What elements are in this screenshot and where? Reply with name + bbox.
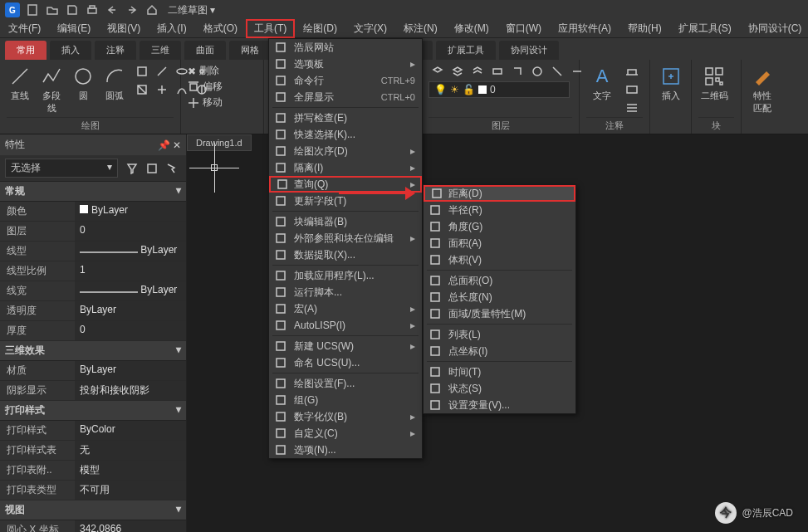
menu-item[interactable]: 体积(V) bbox=[424, 251, 575, 268]
menu-item[interactable]: 编辑(E) bbox=[49, 19, 99, 38]
property-row[interactable]: 线宽 ByLayer bbox=[0, 281, 186, 301]
menu-item[interactable]: 格式(O) bbox=[195, 19, 246, 38]
menu-item[interactable]: 窗口(W) bbox=[497, 19, 550, 38]
menu-item[interactable]: 命名 UCS(U)... bbox=[269, 354, 422, 371]
undo-icon[interactable] bbox=[105, 2, 120, 17]
menu-item[interactable]: 外部参照和块在位编辑▸ bbox=[269, 230, 422, 246]
category-header[interactable]: 三维效果▾ bbox=[0, 341, 186, 361]
workspace-dropdown[interactable]: 二维草图 ▾ bbox=[168, 3, 215, 17]
layer-icon[interactable] bbox=[428, 63, 447, 80]
menu-item[interactable]: 拼写检查(E) bbox=[269, 110, 422, 126]
property-row[interactable]: 圆心 X 坐标342.0866 bbox=[0, 520, 186, 532]
menu-item[interactable]: 数据提取(X)... bbox=[269, 246, 422, 263]
circle-button[interactable]: 圆 bbox=[70, 63, 96, 104]
ribbon-tab[interactable]: 三维 bbox=[140, 41, 181, 60]
menu-item[interactable]: 协同设计(C) bbox=[740, 19, 808, 38]
ribbon-tab[interactable]: 网格 bbox=[229, 41, 271, 60]
menu-item[interactable]: 设置变量(V)... bbox=[424, 397, 575, 413]
menu-item[interactable]: 状态(S) bbox=[424, 380, 575, 397]
property-row[interactable]: 打印样式表无 bbox=[0, 441, 186, 461]
property-row[interactable]: 厚度0 bbox=[0, 321, 186, 341]
menu-item[interactable]: 数字化仪(B)▸ bbox=[269, 408, 422, 425]
property-row[interactable]: 打印样式ByColor bbox=[0, 421, 186, 441]
menu-item[interactable]: 绘图(D) bbox=[295, 19, 345, 38]
menu-item[interactable]: 插入(I) bbox=[149, 19, 194, 38]
pickadd-icon[interactable] bbox=[163, 160, 181, 177]
pin-icon[interactable]: 📌 ✕ bbox=[158, 139, 181, 151]
menu-item[interactable]: 绘图设置(F)... bbox=[269, 375, 422, 392]
print-icon[interactable] bbox=[85, 2, 100, 17]
property-row[interactable]: 打印表附..模型 bbox=[0, 461, 186, 481]
menu-item[interactable]: 扩展工具(S) bbox=[670, 19, 740, 38]
redo-icon[interactable] bbox=[125, 2, 140, 17]
menu-item[interactable]: 时间(T) bbox=[424, 364, 575, 380]
menu-item[interactable]: 总面积(O) bbox=[424, 272, 575, 289]
property-row[interactable]: 透明度ByLayer bbox=[0, 301, 186, 321]
menu-item[interactable]: 选项(N)... bbox=[269, 442, 422, 458]
menu-item[interactable]: 文件(F) bbox=[0, 19, 49, 38]
offset-button[interactable]: 偏移 bbox=[188, 79, 223, 95]
qrcode-button[interactable]: 二维码 bbox=[698, 63, 730, 104]
menu-item[interactable]: AutoLISP(I)▸ bbox=[269, 317, 422, 334]
menu-item[interactable]: 列表(L) bbox=[424, 326, 575, 343]
menu-item[interactable]: 选项板▸ bbox=[269, 56, 422, 72]
menu-item[interactable]: 工具(T) bbox=[246, 19, 295, 38]
property-row[interactable]: 线型比例1 bbox=[0, 261, 186, 281]
menu-item[interactable]: 角度(G) bbox=[424, 218, 575, 235]
menu-item[interactable]: 新建 UCS(W)▸ bbox=[269, 338, 422, 354]
text-button[interactable]: A文字 bbox=[586, 63, 618, 104]
category-header[interactable]: 打印样式▾ bbox=[0, 401, 186, 421]
open-icon[interactable] bbox=[45, 2, 60, 17]
menu-item[interactable]: 宏(A)▸ bbox=[269, 300, 422, 317]
home-icon[interactable] bbox=[144, 2, 159, 17]
menu-item[interactable]: 自定义(C)▸ bbox=[269, 425, 422, 442]
menu-item[interactable]: 查询(Q)▸ bbox=[269, 176, 422, 193]
selection-dropdown[interactable]: 无选择▾ bbox=[5, 159, 118, 178]
menu-item[interactable]: 绘图次序(D)▸ bbox=[269, 143, 422, 159]
menu-item[interactable]: 块编辑器(B) bbox=[269, 213, 422, 230]
property-row[interactable]: 线型 ByLayer bbox=[0, 242, 186, 261]
delete-button[interactable]: ✖删除 bbox=[188, 63, 219, 79]
menu-item[interactable]: 隔离(I)▸ bbox=[269, 159, 422, 176]
menu-item[interactable]: 面积(A) bbox=[424, 235, 575, 251]
menu-item[interactable]: 半径(R) bbox=[424, 202, 575, 218]
category-header[interactable]: 常规▾ bbox=[0, 182, 186, 202]
matchprops-button[interactable]: 特性匹配 bbox=[748, 63, 776, 116]
menu-item[interactable]: 面域/质量特性(M) bbox=[424, 305, 575, 322]
menu-item[interactable]: 快速选择(K)... bbox=[269, 126, 422, 143]
move-button[interactable]: 移动 bbox=[188, 95, 223, 110]
menu-item[interactable]: 总长度(N) bbox=[424, 289, 575, 305]
save-icon[interactable] bbox=[65, 2, 80, 17]
arc-button[interactable]: 圆弧 bbox=[101, 63, 128, 104]
ribbon-tab[interactable]: 扩展工具 bbox=[436, 41, 496, 60]
menu-item[interactable]: 运行脚本... bbox=[269, 284, 422, 300]
ribbon-tab[interactable]: 协同设计 bbox=[499, 41, 559, 60]
menu-item[interactable]: 全屏显示CTRL+0 bbox=[269, 89, 422, 105]
ribbon-tab[interactable]: 插入 bbox=[50, 41, 91, 60]
category-header[interactable]: 视图▾ bbox=[0, 500, 186, 520]
menu-item[interactable]: 加载应用程序(L)... bbox=[269, 267, 422, 284]
menu-item[interactable]: 文字(X) bbox=[345, 19, 395, 38]
menu-item[interactable]: 距离(D) bbox=[424, 185, 575, 202]
menu-item[interactable]: 更新字段(T) bbox=[269, 193, 422, 209]
ribbon-tab[interactable]: 曲面 bbox=[184, 41, 226, 60]
menu-item[interactable]: 命令行CTRL+9 bbox=[269, 72, 422, 89]
new-icon[interactable] bbox=[25, 2, 40, 17]
polyline-button[interactable]: 多段线 bbox=[38, 63, 65, 116]
menu-item[interactable]: 帮助(H) bbox=[619, 19, 670, 38]
property-row[interactable]: 打印表类型不可用 bbox=[0, 481, 186, 500]
property-row[interactable]: 材质ByLayer bbox=[0, 361, 186, 381]
menu-item[interactable]: 应用软件(A) bbox=[550, 19, 619, 38]
ribbon-tab[interactable]: 注释 bbox=[95, 41, 136, 60]
ribbon-tab[interactable]: 常用 bbox=[5, 41, 47, 60]
layer-combo[interactable]: 💡 ☀ 🔓 0 bbox=[428, 81, 570, 98]
insert-button[interactable]: 插入 bbox=[657, 63, 684, 104]
line-button[interactable]: 直线 bbox=[7, 63, 33, 104]
property-row[interactable]: 图层0 bbox=[0, 222, 186, 242]
menu-item[interactable]: 组(G) bbox=[269, 392, 422, 408]
property-row[interactable]: 颜色ByLayer bbox=[0, 202, 186, 222]
menu-item[interactable]: 标注(N) bbox=[395, 19, 446, 38]
menu-item[interactable]: 修改(M) bbox=[446, 19, 497, 38]
property-row[interactable]: 阴影显示投射和接收阴影 bbox=[0, 381, 186, 401]
menu-item[interactable]: 点坐标(I) bbox=[424, 343, 575, 359]
